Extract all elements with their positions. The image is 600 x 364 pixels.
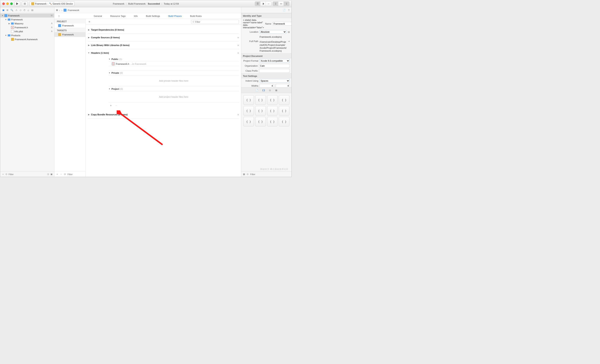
forward-button[interactable]: › [61, 9, 63, 12]
snippet-item[interactable]: { } [267, 106, 278, 116]
back-button[interactable]: ‹ [59, 9, 60, 12]
scm-filter-icon[interactable]: ▣ [50, 173, 53, 175]
class-prefix-input[interactable] [259, 69, 290, 73]
add-header-button[interactable]: ＋ [109, 104, 112, 108]
close-icon[interactable] [2, 2, 5, 5]
fullpath-label: Full Path [243, 40, 258, 43]
tree-root[interactable]: ▼ Framework M [0, 14, 54, 18]
remove-target-button[interactable]: － [60, 173, 62, 176]
tree-label: Framework.framework [15, 38, 38, 41]
tab-width-input[interactable] [260, 84, 274, 87]
outline-toggle-icon[interactable]: ▯ [58, 15, 60, 17]
headers-public-section[interactable]: ▼ Public (1) [109, 57, 239, 62]
tab-general[interactable]: General [94, 15, 102, 17]
phase-compile-sources[interactable]: ▶Compile Sources (0 items)× [88, 34, 239, 41]
snippet-item[interactable]: { } [243, 117, 254, 126]
headers-private-section[interactable]: ▼ Private (0) [109, 70, 239, 75]
phases-toolbar: ＋ ⊙ [86, 19, 241, 25]
status-action: Build Framework: [128, 2, 146, 5]
project-navigator-icon[interactable]: ▣ [2, 9, 4, 11]
tab-resource-tags[interactable]: Resource Tags [110, 15, 125, 17]
report-navigator-icon[interactable]: ▤ [31, 9, 33, 11]
related-items-icon[interactable]: ⊞ [56, 9, 58, 11]
media-library-icon[interactable]: ▦ [275, 89, 277, 92]
tree-row[interactable]: Framework.framework [0, 37, 54, 41]
quick-help-icon[interactable]: ? [288, 9, 289, 11]
snippet-item[interactable]: { } [279, 106, 289, 116]
tree-row[interactable]: hFramework.hA [0, 25, 54, 29]
snippet-item[interactable]: { } [267, 95, 278, 105]
tree-row[interactable]: Info.plistA [0, 29, 54, 33]
tab-build-settings[interactable]: Build Settings [146, 15, 160, 17]
clock-icon[interactable]: ◷ [47, 173, 49, 175]
file-template-library-icon[interactable]: 📄 [255, 89, 258, 92]
remove-phase-button[interactable]: × [237, 51, 239, 55]
tab-build-rules[interactable]: Build Rules [190, 15, 202, 17]
add-button[interactable]: ＋ [2, 173, 4, 176]
stop-button[interactable] [22, 1, 28, 6]
issue-navigator-icon[interactable]: ⚠ [15, 9, 18, 11]
phase-target-dependencies[interactable]: ▶Target Dependencies (0 items) [88, 26, 239, 34]
remove-header-button[interactable]: － [115, 104, 118, 108]
scheme-selector[interactable]: Framework › 🔨 Generic iOS Device [29, 1, 75, 6]
header-file-row[interactable]: h Framework.h ...in Framework [109, 62, 239, 66]
version-editor-button[interactable]: ↔ [266, 2, 271, 6]
toggle-inspector-button[interactable]: ▯ [284, 2, 289, 6]
remove-phase-button[interactable]: × [237, 36, 239, 39]
assistant-editor-button[interactable]: ◑ [260, 2, 266, 6]
phase-title: Headers (1 item) [91, 52, 109, 54]
h-file-icon: h [112, 63, 115, 65]
snippet-item[interactable]: { } [255, 106, 266, 116]
breadcrumb-project[interactable]: Framework [68, 9, 79, 11]
symbol-navigator-icon[interactable]: ⊞ [7, 9, 8, 11]
standard-editor-button[interactable]: ☰ [255, 2, 260, 6]
minimize-icon[interactable] [6, 2, 9, 5]
code-snippet-library-icon[interactable]: { } [262, 89, 265, 91]
snippet-item[interactable]: { } [243, 95, 254, 105]
add-target-button[interactable]: ＋ [56, 173, 58, 176]
reveal-icon[interactable]: ➜ [288, 40, 290, 43]
find-navigator-icon[interactable]: 🔍 [10, 9, 13, 11]
grid-view-icon[interactable]: ▦ [243, 173, 245, 175]
navigator-filter-input[interactable] [9, 173, 46, 175]
snippet-item[interactable]: { } [243, 106, 254, 116]
remove-phase-button[interactable]: × [237, 44, 239, 47]
tree-row[interactable]: ▼Framework [0, 18, 54, 21]
phases-filter-input[interactable] [195, 21, 237, 23]
snippet-item[interactable]: { } [279, 117, 289, 126]
tab-build-phases[interactable]: Build Phases [168, 15, 182, 17]
add-phase-button[interactable]: ＋ [88, 19, 91, 24]
run-button[interactable] [14, 1, 20, 6]
remove-phase-button[interactable]: × [237, 113, 239, 116]
project-item[interactable]: Framework [54, 23, 85, 28]
tree-row[interactable]: ▼Products [0, 33, 54, 37]
project-format-select[interactable]: Xcode 8.0-compatible [260, 59, 290, 63]
indent-using-select[interactable]: Spaces [260, 79, 290, 83]
snippet-item[interactable]: { } [255, 117, 266, 126]
snippet-item[interactable]: { } [255, 95, 266, 105]
tree-row[interactable]: ▶MasonryA [0, 21, 54, 25]
headers-project-section[interactable]: ▼ Project (0) [109, 86, 239, 91]
folder-icon[interactable]: ▤ [288, 31, 290, 33]
snippet-item[interactable]: { } [279, 95, 289, 105]
plist-icon [11, 30, 14, 33]
toggle-navigator-button[interactable]: ▯ [273, 2, 278, 6]
indent-width-input[interactable] [276, 84, 290, 87]
test-navigator-icon[interactable]: ◇ [19, 9, 21, 11]
library-selector-bar: 📄 { } ◎ ▦ [241, 87, 291, 93]
phase-copy-bundle[interactable]: ▶Copy Bundle Resources (0 items)× [88, 111, 239, 118]
phase-link-binary[interactable]: ▶Link Binary With Libraries (0 items)× [88, 41, 239, 49]
debug-navigator-icon[interactable]: ⏱ [23, 9, 26, 11]
name-input[interactable] [272, 22, 291, 26]
maximize-icon[interactable] [10, 2, 13, 5]
location-select[interactable]: Absolute [260, 30, 286, 34]
file-inspector-icon[interactable]: 📄 [283, 9, 286, 11]
organization-input[interactable] [259, 64, 290, 68]
breakpoint-navigator-icon[interactable]: ⎌ [28, 9, 29, 11]
target-item[interactable]: Framework [54, 32, 85, 37]
toggle-debug-button[interactable]: ▭ [278, 2, 284, 6]
library-filter-input[interactable] [250, 173, 290, 175]
object-library-icon[interactable]: ◎ [269, 89, 271, 92]
snippet-item[interactable]: { } [267, 117, 278, 126]
tab-info[interactable]: Info [134, 15, 138, 17]
